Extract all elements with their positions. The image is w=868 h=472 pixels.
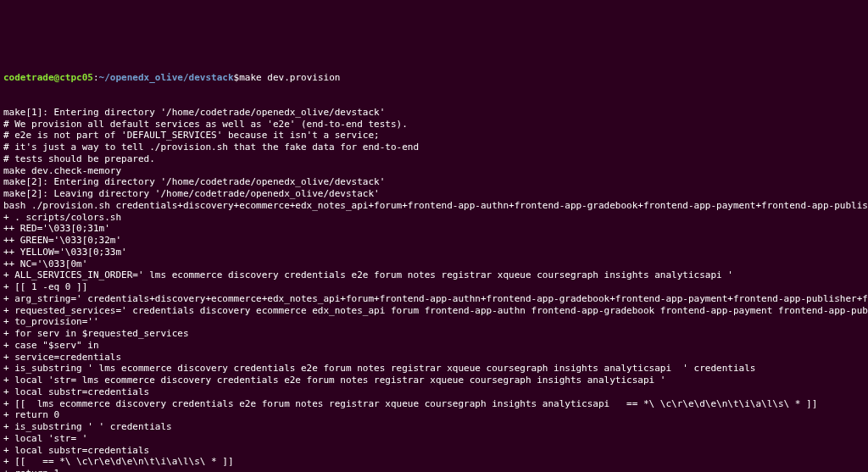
output-line: + . scripts/colors.sh	[3, 212, 865, 224]
output-line: make[1]: Entering directory '/home/codet…	[3, 107, 865, 119]
command-input[interactable]: make dev.provision	[239, 72, 340, 83]
output-line: + is_substring ' ' credentials	[3, 421, 865, 433]
output-line: ++ NC='\033[0m'	[3, 258, 865, 270]
output-line: make[2]: Entering directory '/home/codet…	[3, 176, 865, 188]
output-line: make[2]: Leaving directory '/home/codetr…	[3, 188, 865, 200]
output-line: ++ RED='\033[0;31m'	[3, 223, 865, 235]
output-line: # We provision all default services as w…	[3, 119, 865, 130]
output-line: + ALL_SERVICES_IN_ORDER=' lms ecommerce …	[3, 269, 865, 281]
output-line: + arg_string=' credentials+discovery+eco…	[3, 293, 865, 305]
output-line: ++ YELLOW='\033[0;33m'	[3, 247, 865, 258]
output-line: ++ GREEN='\033[0;32m'	[3, 235, 865, 247]
terminal-output: make[1]: Entering directory '/home/codet…	[3, 107, 865, 472]
output-line: + [[ 1 -eq 0 ]]	[3, 281, 865, 293]
output-line: # it's just a way to tell ./provision.sh…	[3, 142, 865, 153]
output-line: + case "$serv" in	[3, 340, 865, 352]
terminal-window[interactable]: codetrade@ctpc05:~/openedx_olive/devstac…	[3, 48, 865, 472]
output-line: + for serv in $requested_services	[3, 328, 865, 340]
prompt-line[interactable]: codetrade@ctpc05:~/openedx_olive/devstac…	[3, 72, 865, 84]
output-line: + [[ lms ecommerce discovery credentials…	[3, 398, 865, 410]
output-line: + requested_services=' credentials disco…	[3, 305, 865, 317]
output-line: + return 0	[3, 409, 865, 421]
output-line: + is_substring ' lms ecommerce discovery…	[3, 363, 865, 375]
output-line: make dev.check-memory	[3, 165, 865, 177]
output-line: + [[ == *\ \c\r\e\d\e\n\t\i\a\l\s\ * ]]	[3, 456, 865, 468]
output-line: # e2e is not part of 'DEFAULT_SERVICES' …	[3, 130, 865, 142]
prompt-path: ~/openedx_olive/devstack	[99, 72, 234, 83]
output-line: + return 1	[3, 468, 865, 472]
output-line: + local substr=credentials	[3, 445, 865, 457]
output-line: + local 'str= '	[3, 433, 865, 445]
prompt-sep: :	[93, 72, 99, 83]
output-line: + service=credentials	[3, 352, 865, 364]
output-line: + to_provision=''	[3, 316, 865, 328]
prompt-user-host: codetrade@ctpc05	[3, 72, 93, 83]
output-line: bash ./provision.sh credentials+discover…	[3, 200, 865, 212]
output-line: # tests should be prepared.	[3, 153, 865, 165]
output-line: + local 'str= lms ecommerce discovery cr…	[3, 375, 865, 386]
output-line: + local substr=credentials	[3, 386, 865, 398]
